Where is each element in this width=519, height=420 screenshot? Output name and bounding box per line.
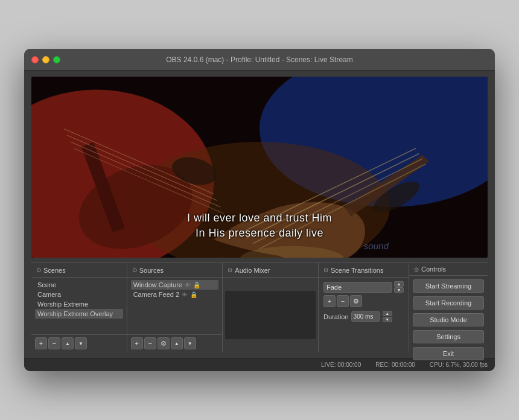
preview-area: sound I will ever love and trust Him In … — [31, 77, 488, 258]
scenes-panel-title: Scenes — [43, 267, 66, 274]
traffic-lights — [31, 56, 60, 63]
scene-item-camera[interactable]: Camera — [35, 290, 123, 299]
transition-gear-button[interactable]: ⚙ — [350, 295, 362, 307]
audio-bar — [225, 291, 316, 339]
audio-mixer-header: ⊙ Audio Mixer — [223, 263, 318, 278]
exit-button[interactable]: Exit — [413, 347, 484, 360]
scenes-panel-icon: ⊙ — [36, 267, 41, 273]
scenes-move-up-button[interactable]: ▲ — [62, 337, 74, 349]
sources-panel: ⊙ Sources Window Capture 👁 🔒 Camera Feed… — [127, 263, 223, 352]
sources-add-button[interactable]: + — [131, 337, 143, 349]
minimize-button[interactable] — [42, 56, 49, 63]
main-content: sound I will ever love and trust Him In … — [24, 71, 495, 358]
duration-spin-buttons: ▲ ▼ — [383, 311, 392, 322]
audio-mixer-panel: ⊙ Audio Mixer — [223, 263, 319, 352]
duration-row: Duration ▲ ▼ — [319, 310, 409, 325]
scene-transitions-icon: ⊙ — [323, 267, 328, 273]
source-label-window-capture: Window Capture — [133, 281, 182, 288]
source-item-window-capture[interactable]: Window Capture 👁 🔒 — [131, 280, 219, 290]
scenes-panel-header: ⊙ Scenes — [31, 263, 127, 278]
source-item-camera-feed[interactable]: Camera Feed 2 👁 🔒 — [131, 290, 219, 299]
controls-panel-icon: ⊙ — [414, 266, 419, 273]
audio-mixer-content — [223, 278, 318, 352]
fade-spin-down[interactable]: ▼ — [394, 287, 404, 293]
fade-spin-buttons: ▲ ▼ — [394, 281, 404, 293]
start-streaming-button[interactable]: Start Streaming — [413, 279, 484, 293]
panels-row: ⊙ Scenes Scene Camera Worship Extreme Wo… — [31, 262, 488, 352]
subtitle-line1: I will ever love and trust Him — [187, 211, 332, 226]
fade-select-container: Fade ▲ ▼ — [319, 278, 409, 294]
subtitle-line2: In His presence daily live — [187, 226, 332, 241]
titlebar: OBS 24.0.6 (mac) - Profile: Untitled - S… — [24, 49, 495, 71]
window-capture-lock-icon[interactable]: 🔒 — [193, 282, 200, 288]
sources-list: Window Capture 👁 🔒 Camera Feed 2 👁 🔒 — [127, 278, 223, 334]
duration-spin-down[interactable]: ▼ — [383, 317, 392, 322]
fade-spin-up[interactable]: ▲ — [394, 281, 404, 287]
scenes-add-button[interactable]: + — [35, 337, 47, 349]
scene-item-scene[interactable]: Scene — [35, 280, 123, 290]
scene-item-worship-extreme-overlay[interactable]: Worship Extreme Overlay — [35, 309, 123, 319]
scenes-list: Scene Camera Worship Extreme Worship Ext… — [31, 278, 127, 334]
svg-text:sound: sound — [364, 241, 389, 251]
sources-remove-button[interactable]: − — [144, 337, 156, 349]
window-title: OBS 24.0.6 (mac) - Profile: Untitled - S… — [166, 56, 352, 64]
camera-feed-eye-icon[interactable]: 👁 — [182, 291, 188, 298]
scene-transitions-header: ⊙ Scene Transitions — [319, 263, 409, 278]
sources-panel-icon: ⊙ — [132, 267, 137, 273]
studio-mode-button[interactable]: Studio Mode — [413, 313, 484, 326]
audio-mixer-icon: ⊙ — [228, 267, 232, 273]
scenes-remove-button[interactable]: − — [48, 337, 60, 349]
subtitle-overlay: I will ever love and trust Him In His pr… — [187, 211, 332, 241]
sources-panel-title: Sources — [139, 267, 164, 274]
rec-status: REC: 00:00:00 — [375, 361, 415, 368]
settings-button[interactable]: Settings — [413, 330, 484, 343]
controls-panel: ⊙ Controls Start Streaming Start Recordi… — [409, 263, 488, 352]
maximize-button[interactable] — [53, 56, 60, 63]
transition-add-button[interactable]: + — [323, 295, 336, 307]
transition-remove-button[interactable]: − — [337, 295, 349, 307]
scenes-panel: ⊙ Scenes Scene Camera Worship Extreme Wo… — [31, 263, 127, 352]
scenes-move-down-button[interactable]: ▼ — [75, 337, 87, 349]
sources-gear-button[interactable]: ⚙ — [158, 337, 170, 349]
live-status: LIVE: 00:00:00 — [321, 361, 361, 368]
controls-buttons-container: Start Streaming Start Recording Studio M… — [409, 276, 488, 364]
controls-panel-header: ⊙ Controls — [409, 263, 488, 276]
sources-panel-header: ⊙ Sources — [127, 263, 223, 278]
start-recording-button[interactable]: Start Recording — [413, 296, 484, 310]
fade-select[interactable]: Fade — [323, 282, 392, 293]
sources-move-down-button[interactable]: ▼ — [184, 337, 196, 349]
controls-panel-title: Controls — [421, 266, 446, 273]
duration-spin-up[interactable]: ▲ — [383, 311, 392, 316]
audio-mixer-title: Audio Mixer — [235, 267, 270, 274]
scene-item-worship-extreme[interactable]: Worship Extreme — [35, 299, 123, 309]
camera-feed-lock-icon[interactable]: 🔒 — [190, 291, 197, 298]
window-capture-eye-icon[interactable]: 👁 — [185, 282, 191, 288]
scenes-toolbar: + − ▲ ▼ — [31, 334, 127, 352]
sources-toolbar: + − ⚙ ▲ ▼ — [127, 334, 223, 352]
transition-toolbar: + − ⚙ — [319, 294, 409, 310]
source-label-camera-feed: Camera Feed 2 — [133, 291, 179, 298]
scene-transitions-title: Scene Transitions — [331, 267, 383, 274]
scene-transitions-panel: ⊙ Scene Transitions Fade ▲ ▼ — [319, 263, 409, 352]
duration-label: Duration — [323, 313, 349, 320]
duration-input[interactable] — [351, 311, 380, 322]
cpu-status: CPU: 6.7%, 30.00 fps — [430, 361, 488, 368]
close-button[interactable] — [31, 56, 39, 63]
sources-move-up-button[interactable]: ▲ — [171, 337, 183, 349]
obs-window: OBS 24.0.6 (mac) - Profile: Untitled - S… — [24, 49, 495, 371]
